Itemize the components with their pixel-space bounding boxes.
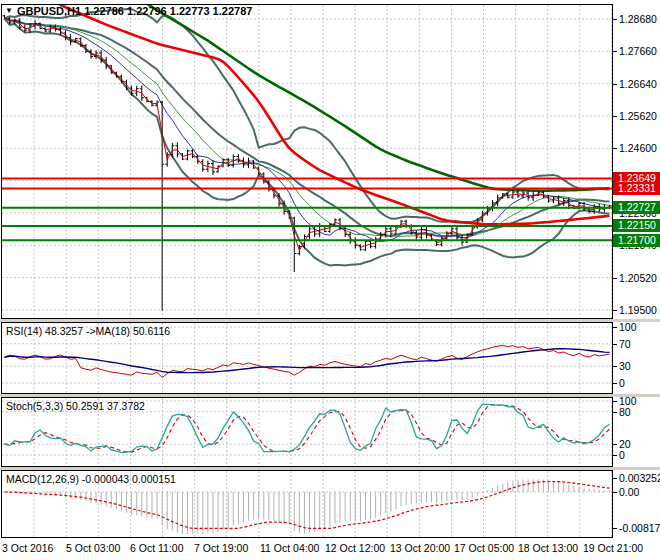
price-level-badge: 1.23331 bbox=[613, 182, 660, 195]
price-tick-label: 1.19500 bbox=[619, 304, 657, 316]
price-tick-label: 1.28680 bbox=[619, 13, 657, 25]
time-axis[interactable]: 3 Oct 20165 Oct 03:006 Oct 11:007 Oct 19… bbox=[0, 541, 660, 560]
price-axis[interactable]: 1.286801.276601.266401.256201.246001.235… bbox=[613, 0, 660, 560]
time-tick-label: 6 Oct 11:00 bbox=[130, 542, 184, 554]
axis-tick-mark bbox=[613, 528, 617, 529]
time-tick-label: 19 Oct 21:00 bbox=[583, 542, 643, 554]
price-level-badge: 1.22727 bbox=[613, 201, 660, 214]
price-tick-label: 80 bbox=[619, 406, 631, 418]
price-tick-label: 1.26640 bbox=[619, 78, 657, 90]
main-price-panel[interactable] bbox=[1, 4, 613, 319]
price-tick-label: 1.24600 bbox=[619, 142, 657, 154]
macd-histogram bbox=[5, 479, 610, 534]
time-tick-label: 17 Oct 05:00 bbox=[454, 542, 514, 554]
rsi-ma-line bbox=[5, 349, 610, 373]
price-level-badge: 1.22150 bbox=[613, 219, 660, 232]
price-tick-label: -0.008171 bbox=[619, 522, 660, 534]
price-tick-label: 0 bbox=[619, 449, 625, 461]
rsi-indicator-label: RSI(14) 48.3257 ->MA(18) 50.6116 bbox=[6, 325, 170, 337]
time-tick-label: 7 Oct 19:00 bbox=[194, 542, 248, 554]
symbol-dropdown-icon[interactable]: ▼ bbox=[5, 6, 13, 15]
time-tick-label: 18 Oct 13:00 bbox=[518, 542, 578, 554]
axis-tick-mark bbox=[613, 366, 617, 367]
axis-tick-mark bbox=[613, 344, 617, 345]
time-tick-label: 3 Oct 2016 bbox=[2, 542, 53, 554]
axis-tick-mark bbox=[613, 412, 617, 413]
axis-tick-mark bbox=[613, 455, 617, 456]
price-tick-label: 100 bbox=[619, 321, 637, 333]
time-tick-label: 5 Oct 03:00 bbox=[66, 542, 120, 554]
axis-tick-mark bbox=[613, 278, 617, 279]
time-tick-label: 12 Oct 12:00 bbox=[325, 542, 385, 554]
axis-tick-mark bbox=[613, 19, 617, 20]
trading-chart-window: ▼GBPUSD,H1 1.22786 1.22796 1.22773 1.227… bbox=[0, 0, 660, 560]
axis-tick-mark bbox=[613, 116, 617, 117]
price-tick-label: 0.003252 bbox=[619, 472, 660, 484]
chart-title: ▼GBPUSD,H1 1.22786 1.22796 1.22773 1.227… bbox=[5, 5, 252, 17]
axis-tick-mark bbox=[613, 84, 617, 85]
price-tick-label: 70 bbox=[619, 338, 631, 350]
axis-tick-mark bbox=[613, 383, 617, 384]
macd-signal-line bbox=[5, 482, 610, 529]
axis-tick-mark bbox=[613, 51, 617, 52]
price-tick-label: 1.25620 bbox=[619, 110, 657, 122]
price-tick-label: 1.20520 bbox=[619, 272, 657, 284]
symbol-ohlc-label: GBPUSD,H1 1.22786 1.22796 1.22773 1.2278… bbox=[17, 5, 252, 17]
axis-tick-mark bbox=[613, 310, 617, 311]
price-level-badge: 1.21700 bbox=[613, 234, 660, 247]
axis-tick-mark bbox=[613, 401, 617, 402]
axis-tick-mark bbox=[613, 444, 617, 445]
axis-tick-mark bbox=[613, 148, 617, 149]
price-tick-label: 1.27660 bbox=[619, 45, 657, 57]
price-tick-label: 30 bbox=[619, 360, 631, 372]
axis-tick-mark bbox=[613, 327, 617, 328]
axis-tick-mark bbox=[613, 492, 617, 493]
bollinger-lower-band bbox=[5, 18, 610, 265]
price-tick-label: 0.00 bbox=[619, 486, 639, 498]
time-tick-label: 11 Oct 04:00 bbox=[260, 542, 319, 554]
macd-indicator-label: MACD(12,26,9) -0.000043 0.000151 bbox=[6, 473, 176, 485]
stoch-indicator-label: Stoch(5,3,3) 50.2591 37.3782 bbox=[6, 400, 145, 412]
time-tick-label: 13 Oct 20:00 bbox=[390, 542, 450, 554]
axis-tick-mark bbox=[613, 478, 617, 479]
fast-ma-red bbox=[5, 18, 610, 250]
rsi-line bbox=[5, 345, 610, 377]
price-tick-label: 0 bbox=[619, 377, 625, 389]
